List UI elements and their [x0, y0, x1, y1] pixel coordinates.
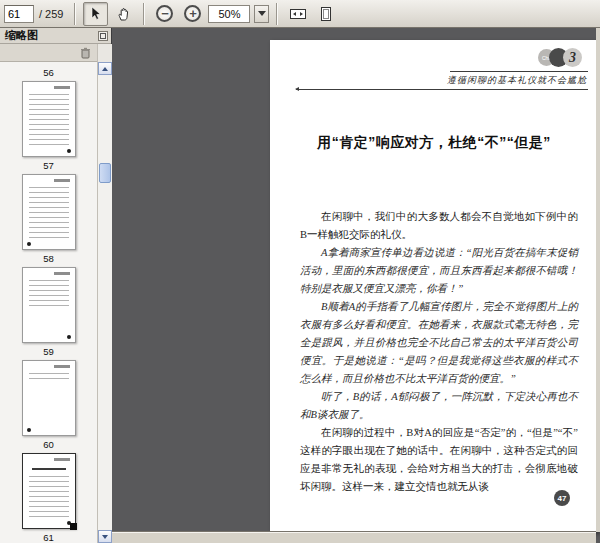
pdf-viewer-window: / 259 − + 50%: [0, 0, 600, 543]
sidebar-scrollbar[interactable]: [97, 44, 112, 543]
chapter-badge: Cha 3: [538, 48, 582, 67]
chapter-badge-circle-right: 3: [563, 48, 582, 67]
toolbar-separator: [143, 3, 145, 25]
header-rule-top: [450, 71, 588, 72]
zoom-level-display[interactable]: 50%: [208, 5, 250, 23]
content-area: 缩略图 565758596061: [0, 28, 600, 543]
thumb-header-mark: [54, 272, 70, 275]
toolbar-separator: [276, 3, 278, 25]
thumbnail-item-59[interactable]: 59: [0, 267, 97, 357]
thumbnail-list[interactable]: 565758596061: [0, 62, 97, 543]
thumb-page-dot: [27, 242, 31, 246]
running-header: 遵循闲聊的基本礼仪就不会尴尬: [447, 74, 587, 87]
thumbnail-label: 57: [0, 160, 97, 171]
thumb-page-dot: [67, 149, 71, 153]
paragraph: 听了，B的话，A郁闷极了，一阵沉默，下定决心再也不和B谈衣服了。: [300, 388, 578, 424]
paragraph: 在闲聊中，我们中的大多数人都会不自觉地如下例中的B一样触犯交际的礼仪。: [300, 208, 578, 244]
body-text: 在闲聊中，我们中的大多数人都会不自觉地如下例中的B一样触犯交际的礼仪。A拿着商家…: [300, 208, 578, 496]
zoom-in-button[interactable]: +: [180, 2, 205, 26]
chevron-down-icon: [258, 11, 266, 16]
paragraph: B顺着A的手指看了几幅宣传图片，完全不觉得图片上的衣服有多么好看和便宜。在她看来…: [300, 298, 578, 388]
thumbnails-panel-title: 缩略图: [5, 28, 38, 43]
page-number-input[interactable]: [4, 5, 34, 23]
fit-page-icon: [319, 6, 333, 22]
thumb-text-lines: [29, 280, 69, 309]
thumbnail-item-61[interactable]: 61: [0, 453, 97, 543]
hand-icon: [116, 6, 132, 22]
thumb-text-lines: [29, 94, 69, 145]
thumbnail-label: 58: [0, 253, 97, 264]
thumb-text-lines: [29, 373, 69, 382]
zoom-dropdown-button[interactable]: [254, 5, 269, 23]
cursor-arrow-icon: [88, 6, 103, 21]
trash-icon[interactable]: [80, 47, 91, 59]
thumbnail-page-61[interactable]: [22, 453, 76, 529]
thumbnails-panel-header: 缩略图: [0, 28, 111, 44]
page-total-label: / 259: [39, 8, 63, 20]
scroll-up-button[interactable]: [98, 62, 112, 75]
thumbnails-panel: 缩略图 565758596061: [0, 28, 112, 543]
thumb-header-mark: [54, 365, 70, 368]
fit-width-button[interactable]: [285, 2, 310, 26]
toolbar: / 259 − + 50%: [0, 0, 600, 28]
thumbnail-page-57[interactable]: [22, 81, 76, 157]
main-vertical-scrollbar[interactable]: [596, 28, 600, 532]
document-viewer[interactable]: Cha 3 遵循闲聊的基本礼仪就不会尴尬 用“肯定”响应对方，杜绝“不”“但是”…: [112, 28, 600, 543]
thumbnails-toolbar: [0, 44, 97, 62]
thumbnail-item-56[interactable]: 56: [0, 67, 97, 78]
paragraph: 在闲聊的过程中，B对A的回应是“否定”的，“但是”“不”这样的字眼出现在了她的话…: [300, 424, 578, 496]
scrollbar-track[interactable]: [98, 75, 112, 530]
thumbnails-panel-body: 565758596061: [0, 44, 111, 543]
thumb-page-dot: [27, 428, 31, 432]
zoom-out-button[interactable]: −: [152, 2, 177, 26]
thumbnail-page-60[interactable]: [22, 360, 76, 436]
thumb-page-dot: [67, 335, 71, 339]
section-title: 用“肯定”响应对方，杜绝“不”“但是”: [270, 134, 598, 152]
thumb-header-mark: [54, 179, 70, 182]
thumb-text-lines: [29, 476, 69, 517]
thumbnail-label: 60: [0, 439, 97, 450]
thumbnail-item-60[interactable]: 60: [0, 360, 97, 450]
thumbnail-label: 61: [0, 532, 97, 543]
hand-tool-button[interactable]: [111, 2, 136, 26]
select-tool-button[interactable]: [83, 2, 108, 26]
thumbnail-item-57[interactable]: 57: [0, 81, 97, 171]
panel-options-button[interactable]: [98, 31, 108, 41]
header-rule-bottom: [296, 89, 588, 90]
thumb-title-line: [32, 468, 66, 470]
scroll-down-button[interactable]: [98, 530, 112, 543]
plus-icon: +: [184, 5, 201, 22]
arrow-down-icon: [102, 535, 108, 539]
thumb-header-mark: [54, 86, 70, 89]
thumbnail-item-58[interactable]: 58: [0, 174, 97, 264]
minus-icon: −: [156, 5, 173, 22]
scrollbar-thumb[interactable]: [99, 163, 111, 183]
main-horizontal-scrollbar[interactable]: [112, 532, 596, 543]
thumb-text-lines: [29, 187, 69, 238]
arrow-up-icon: [102, 67, 108, 71]
thumbnail-page-59[interactable]: [22, 267, 76, 343]
fit-page-button[interactable]: [313, 2, 338, 26]
thumb-header-mark: [54, 458, 70, 461]
toolbar-separator: [74, 3, 76, 25]
pdf-page: Cha 3 遵循闲聊的基本礼仪就不会尴尬 用“肯定”响应对方，杜绝“不”“但是”…: [270, 40, 598, 532]
thumbnail-label: 59: [0, 346, 97, 357]
thumbnail-label: 56: [0, 67, 97, 78]
paragraph: A拿着商家宣传单边看边说道：“阳光百货在搞年末促销活动，里面的东西都很便宜，而且…: [300, 244, 578, 298]
thumb-page-dot: [67, 521, 71, 525]
page-number-badge: 47: [554, 490, 570, 506]
fit-width-icon: [289, 7, 307, 21]
thumbnail-page-58[interactable]: [22, 174, 76, 250]
